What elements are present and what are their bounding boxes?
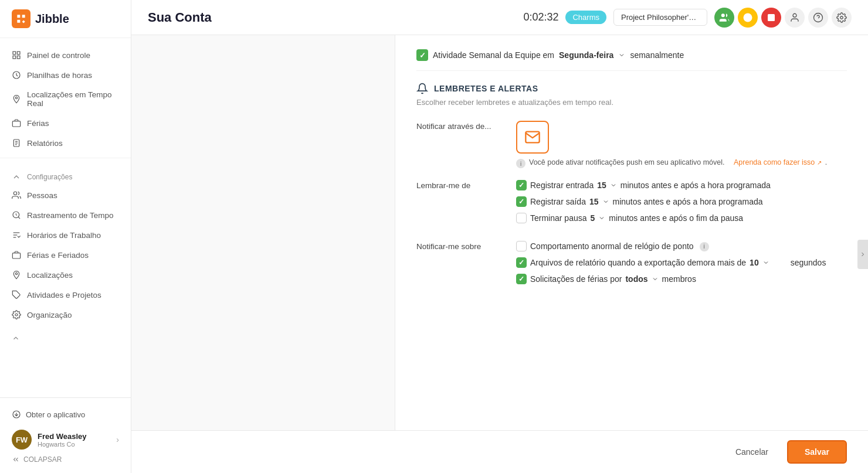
user-name: Fred Weasley [38,432,110,441]
charms-badge[interactable]: Charms [565,11,606,24]
timer: 0:02:32 [523,11,558,23]
svg-line-15 [16,215,16,215]
sidebar-item-work-schedules[interactable]: Horários de Trabalho [0,225,131,245]
nav-divider [0,158,131,158]
chevron-up-icon2 [12,334,20,342]
notify-via-label: Notificar através de... [416,121,504,131]
notify-via-content: i Você pode ativar notificações push em … [516,121,847,168]
user-gray-button[interactable] [785,8,805,28]
sidebar-item-organization-label: Organização [27,311,72,319]
reports-num: 10 [750,258,759,267]
clock-in-checkbox[interactable] [516,180,527,190]
reports-dropdown[interactable] [762,259,769,266]
sidebar-item-locations-realtime[interactable]: Localizações em Tempo Real [0,85,131,113]
emoji-yellow-button[interactable] [738,8,758,28]
help-button[interactable] [808,8,828,28]
weekly-activity-checkbox[interactable] [416,49,428,61]
chevron-up-icon [12,172,21,182]
svg-rect-1 [17,52,20,55]
svg-point-22 [15,314,18,316]
clock-in-dropdown[interactable] [610,182,617,189]
anomaly-info-icon[interactable]: i [700,242,709,251]
push-learn-link[interactable]: Aprenda como fazer isso ↗ [734,158,822,166]
clock-in-reminder: Registrar entrada 15 minutos antes e apó… [516,180,847,190]
reports-text-after: segundos [777,258,826,267]
sidebar-item-timesheets-label: Planilhas de horas [27,71,92,80]
sidebar-item-people-label: Pessoas [27,191,57,200]
header: Sua Conta 0:02:32 Charms Project Philoso… [131,0,868,35]
clock-out-dropdown[interactable] [602,198,609,205]
vacations-notify-checkbox[interactable] [516,274,527,284]
sidebar-item-organization[interactable]: Organização [0,305,131,325]
users-green-button[interactable] [714,8,734,28]
chevron-right-icon [859,251,866,258]
settings-section-header: Configurações [0,163,131,185]
sidebar-item-vacations[interactable]: Férias [0,113,131,133]
save-button[interactable]: Salvar [787,440,847,464]
end-break-text-after: minutos antes e após o fim da pausa [609,213,743,223]
end-break-checkbox[interactable] [516,213,527,223]
users-icon [719,12,730,23]
push-notification-info: i Você pode ativar notificações push em … [516,158,847,168]
end-break-text-before: Terminar pausa [530,213,587,223]
project-button[interactable]: Project Philosopher's S... [613,9,707,26]
clock-in-text-after: minutos antes e após a hora programada [621,181,771,190]
clock-out-reminder: Registrar saída 15 minutos antes e após … [516,196,847,207]
bell-icon [416,83,428,94]
reports-checkbox[interactable] [516,257,527,268]
sidebar-item-work-schedules-label: Horários de Trabalho [27,231,101,240]
location-icon [12,94,21,104]
svg-rect-19 [12,253,20,258]
clock-out-checkbox[interactable] [516,196,527,207]
settings-button[interactable] [832,8,852,28]
cancel-button[interactable]: Cancelar [726,443,778,461]
svg-point-31 [814,13,823,22]
footer-bar: Cancelar Salvar [131,430,868,473]
sidebar-item-vacations-holidays[interactable]: Férias e Feriados [0,245,131,265]
svg-line-13 [18,217,20,219]
sidebar-item-dashboard[interactable]: Painel de controle [0,45,131,65]
end-break-dropdown[interactable] [598,215,605,222]
notify-about-label: Notificar-me sobre [416,241,504,251]
download-icon [12,410,21,419]
weekly-activity-dropdown[interactable] [618,52,625,59]
avatar: FW [12,430,32,450]
sidebar-item-activities[interactable]: Atividades e Projetos [0,285,131,305]
weekly-activity-text-after: semanalmente [630,50,684,60]
sidebar: Jibble Painel de controle Planilhas de h… [0,0,131,473]
sidebar-item-reports[interactable]: Relatórios [0,133,131,153]
another-section-header [0,325,131,346]
chevron-down-icon6 [652,275,659,283]
sidebar-item-timesheets[interactable]: Planilhas de horas [0,65,131,85]
vacations-members-dropdown[interactable] [652,275,659,283]
chevrons-left-icon [12,455,20,464]
grid-icon [12,50,21,60]
stop-red-button[interactable] [761,8,781,28]
people-icon [12,190,21,200]
side-tab-handle[interactable] [857,240,868,269]
anomaly-checkbox[interactable] [516,241,527,251]
sidebar-item-reports-label: Relatórios [27,139,63,148]
svg-point-30 [793,13,796,17]
logo-area: Jibble [0,0,131,38]
vacations-bold: todos [625,274,647,284]
chevron-down-icon5 [762,259,769,266]
anomaly-notify: Comportamento anormal de relógio de pont… [516,241,847,251]
user-profile[interactable]: FW Fred Weasley Hogwarts Co › [12,424,119,453]
content-area: Atividade Semanal da Equipe em Segunda-f… [131,35,868,430]
email-notification-button[interactable] [516,121,549,154]
sidebar-item-people[interactable]: Pessoas [0,185,131,205]
svg-point-5 [15,97,17,98]
sidebar-item-dashboard-label: Painel de controle [27,51,90,60]
get-app-button[interactable]: Obter o aplicativo [12,405,119,424]
sidebar-item-locations[interactable]: Localizações [0,265,131,285]
logo-text: Jibble [35,12,69,26]
clock-icon [12,70,21,80]
weekly-activity-day: Segunda-feira [559,50,613,60]
content-right: Atividade Semanal da Equipe em Segunda-f… [395,35,868,430]
info-icon: i [516,159,525,168]
sidebar-item-time-tracking[interactable]: Rastreamento de Tempo [0,205,131,225]
reminders-title: LEMBRETES E ALERTAS [434,84,538,93]
anomaly-text: Comportamento anormal de relógio de pont… [530,241,694,251]
collapse-button[interactable]: COLAPSAR [12,453,119,466]
